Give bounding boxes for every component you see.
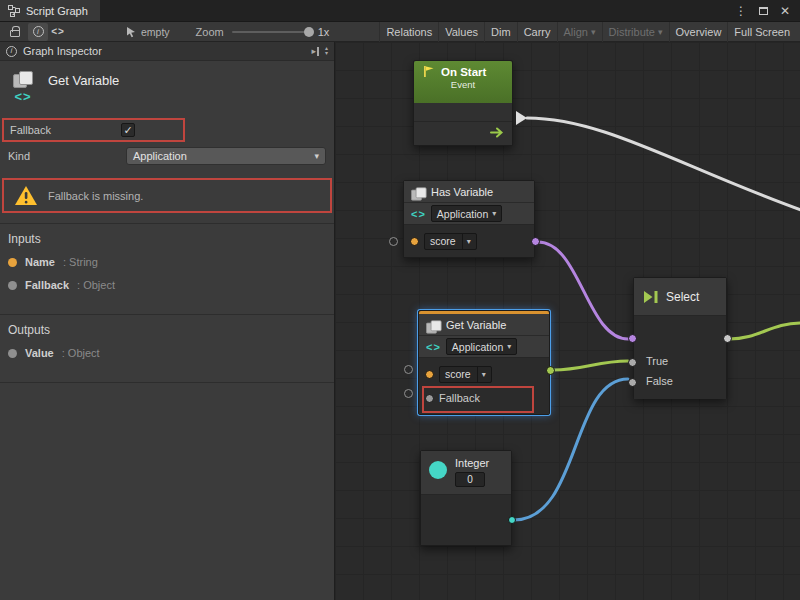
false-port-label: False <box>646 375 673 387</box>
button-distribute[interactable]: Distribute ▾ <box>602 22 669 42</box>
output-value-item: Value : Object <box>8 347 326 359</box>
outputs-header: Outputs <box>8 323 326 337</box>
kind-dropdown[interactable]: Application ▾ <box>431 205 502 222</box>
input-name-item: Name : String <box>8 256 326 268</box>
node-on-start[interactable]: On Start Event <box>413 60 513 146</box>
panel-scroll-icon[interactable]: ▴▾ <box>325 46 328 56</box>
code-view-button[interactable]: <> <box>48 23 68 41</box>
button-relations[interactable]: Relations <box>379 22 438 42</box>
true-port-label: True <box>646 355 668 367</box>
unconnected-port-indicator[interactable] <box>389 237 398 246</box>
caret-down-icon: ▾ <box>591 27 596 37</box>
int-output-port[interactable] <box>508 516 516 524</box>
condition-input-port[interactable] <box>628 334 637 343</box>
port-dot-object <box>8 349 17 358</box>
button-carry[interactable]: Carry <box>517 22 557 42</box>
integer-value-field[interactable]: 0 <box>455 472 485 487</box>
button-align[interactable]: Align ▾ <box>557 22 602 42</box>
integer-body <box>421 495 511 545</box>
node-select[interactable]: Select True False <box>633 277 727 399</box>
value-output-port[interactable] <box>546 366 555 375</box>
unconnected-port-indicator[interactable] <box>404 389 413 398</box>
code-icon: <> <box>51 26 65 37</box>
graph-icon <box>8 5 20 17</box>
node-title: Has Variable <box>431 186 493 198</box>
fallback-checkbox[interactable]: ✓ <box>121 123 135 137</box>
close-icon[interactable]: ✕ <box>776 2 794 20</box>
false-input-port[interactable] <box>628 378 637 387</box>
fallback-field-label: Fallback <box>10 124 121 136</box>
button-dim[interactable]: Dim <box>484 22 517 42</box>
zoom-slider-thumb[interactable] <box>304 27 314 37</box>
true-input-port[interactable] <box>628 358 637 367</box>
unconnected-port-indicator[interactable] <box>404 365 413 374</box>
selection-output-port[interactable] <box>723 334 732 343</box>
integer-header: Integer 0 <box>421 451 511 495</box>
has-variable-header: Has Variable <box>404 181 534 203</box>
variable-name-dropdown[interactable]: score ▾ <box>424 233 477 250</box>
port-dot-object <box>8 281 17 290</box>
exec-wire-arrowhead <box>516 111 527 125</box>
graph-inspector-panel: i Graph Inspector ▸ ▴▾ <> Get Variable F… <box>0 42 335 600</box>
inspector-toggle-button[interactable]: i <box>28 23 48 41</box>
graph-canvas[interactable]: On Start Event Has Variable <> Applica <box>335 42 800 600</box>
code-icon: <> <box>14 89 31 104</box>
kind-dropdown[interactable]: Application ▾ <box>446 338 517 355</box>
unit-title: Get Variable <box>48 71 119 104</box>
variable-name-dropdown[interactable]: score ▾ <box>439 366 492 383</box>
flag-icon <box>422 65 435 78</box>
variables-icon <box>13 71 33 87</box>
button-values[interactable]: Values <box>438 22 484 42</box>
caret-down-icon: ▾ <box>477 367 486 382</box>
name-input-port[interactable] <box>410 237 419 246</box>
caret-down-icon: ▾ <box>314 151 319 161</box>
zoom-label: Zoom <box>196 26 224 38</box>
node-has-variable[interactable]: Has Variable <> Application ▾ score ▾ <box>403 180 535 258</box>
zoom-slider[interactable] <box>232 31 312 33</box>
port-dot-string <box>8 258 17 267</box>
tab-title: Script Graph <box>26 5 88 17</box>
node-integer[interactable]: Integer 0 <box>420 450 512 546</box>
annotation-box-warning: Fallback is missing. <box>2 178 332 213</box>
kind-dropdown[interactable]: Application ▾ <box>126 147 326 165</box>
dock-right-icon[interactable]: ▸ <box>311 46 319 56</box>
select-icon <box>643 290 659 304</box>
input-fallback-item: Fallback : Object <box>8 279 326 291</box>
on-start-body <box>414 103 512 145</box>
maximize-icon[interactable] <box>754 2 772 20</box>
inspector-header: i Graph Inspector ▸ ▴▾ <box>0 42 334 61</box>
variables-icon <box>426 320 438 329</box>
get-variable-kind-row: <> Application ▾ <box>419 336 549 358</box>
code-icon: <> <box>426 341 441 353</box>
selection-cursor-icon <box>126 26 137 38</box>
annotation-box-fallback-port <box>422 386 534 413</box>
has-variable-ports: score ▾ <box>404 225 534 257</box>
exec-arrow-icon[interactable] <box>490 127 506 138</box>
button-full-screen[interactable]: Full Screen <box>727 22 796 42</box>
info-icon: i <box>33 26 44 37</box>
lock-icon[interactable] <box>10 30 20 37</box>
tab-script-graph[interactable]: Script Graph <box>0 0 100 21</box>
annotation-box-fallback-field: Fallback ✓ <box>2 118 185 142</box>
select-header: Select <box>634 278 726 316</box>
bool-output-port[interactable] <box>531 237 540 246</box>
node-subtitle: Event <box>422 79 504 90</box>
kind-row: Kind Application ▾ <box>0 142 334 170</box>
unit-header: <> Get Variable <box>0 61 334 112</box>
button-overview[interactable]: Overview <box>669 22 728 42</box>
warning-text: Fallback is missing. <box>48 190 143 202</box>
inputs-section: Inputs Name : String Fallback : Object <box>0 224 334 314</box>
caret-down-icon: ▾ <box>507 342 511 351</box>
code-icon: <> <box>411 208 426 220</box>
connection-wires <box>335 42 800 600</box>
variables-icon <box>411 187 423 196</box>
graph-toolbar: i <> empty Zoom 1x Relations Values Dim … <box>0 22 800 42</box>
name-input-port[interactable] <box>425 370 434 379</box>
outputs-section: Outputs Value : Object <box>0 315 334 382</box>
titlebar: Script Graph ⋮ ✕ <box>0 0 800 22</box>
toolbar-button-group: Relations Values Dim Carry Align ▾ Distr… <box>379 22 796 42</box>
window-controls: ⋮ ✕ <box>732 0 800 21</box>
wire-value-select-out <box>729 323 800 339</box>
node-title: Select <box>666 290 699 304</box>
kebab-menu-icon[interactable]: ⋮ <box>732 2 750 20</box>
